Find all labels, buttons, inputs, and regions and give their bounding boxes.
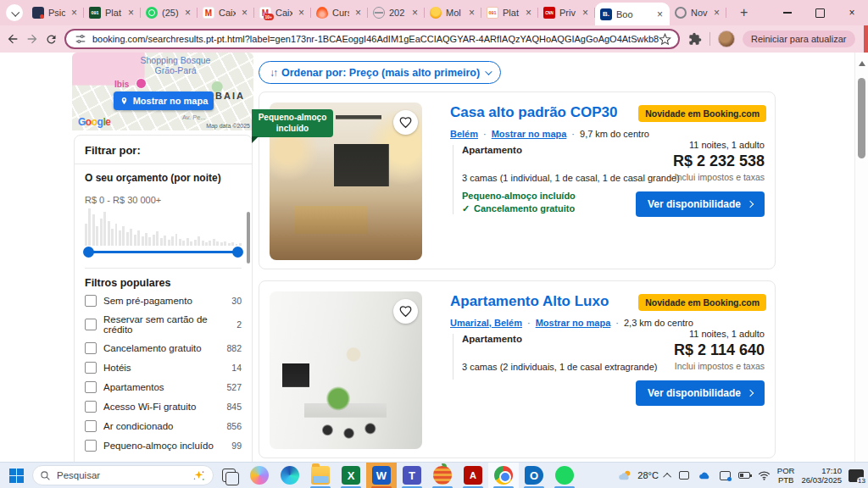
- browser-tab[interactable]: B. Boo ×: [595, 3, 670, 25]
- profile-avatar[interactable]: [718, 30, 735, 47]
- word-taskbar-button[interactable]: W: [366, 463, 397, 488]
- teams-taskbar-button[interactable]: T: [397, 463, 427, 488]
- browser-tab[interactable]: (25) ×: [141, 0, 198, 25]
- tab-close-icon[interactable]: ×: [126, 7, 136, 19]
- page-scrollbar[interactable]: [854, 53, 868, 462]
- browser-tab[interactable]: 091 Plat ×: [84, 0, 141, 25]
- tab-close-icon[interactable]: ×: [712, 7, 721, 19]
- filter-option[interactable]: Apartamentos 527: [75, 377, 252, 396]
- histogram-bar: [108, 221, 110, 246]
- price-slider-handle-min[interactable]: [83, 247, 94, 258]
- see-availability-button[interactable]: Ver disponibilidade: [636, 191, 765, 217]
- onedrive-icon[interactable]: [698, 470, 712, 480]
- see-availability-button[interactable]: Ver disponibilidade: [636, 380, 765, 406]
- filter-checkbox[interactable]: [85, 295, 97, 307]
- browser-tab[interactable]: CNN Priv ×: [538, 0, 595, 25]
- maximize-button[interactable]: [804, 0, 836, 25]
- minimize-button[interactable]: [771, 0, 804, 25]
- filter-checkbox[interactable]: [85, 319, 97, 330]
- battery-icon[interactable]: [738, 470, 751, 481]
- virtual-desktop-icon[interactable]: [678, 470, 691, 481]
- reload-button[interactable]: [45, 29, 58, 49]
- outlook-taskbar-button[interactable]: O: [519, 463, 549, 488]
- bookmark-star-icon[interactable]: [659, 33, 671, 46]
- filter-checkbox[interactable]: [85, 342, 97, 354]
- chrome-taskbar-button[interactable]: [488, 463, 519, 488]
- file-explorer-taskbar-button[interactable]: [305, 463, 336, 488]
- tab-search-button[interactable]: [6, 4, 23, 21]
- new-tab-button[interactable]: +: [735, 5, 753, 20]
- filter-option[interactable]: Acesso Wi-Fi gratuito 845: [75, 396, 252, 416]
- scroll-up-arrow-icon[interactable]: [859, 58, 865, 66]
- tab-close-icon[interactable]: ×: [655, 8, 665, 20]
- spotify-taskbar-button[interactable]: [549, 463, 580, 488]
- filter-option[interactable]: Cancelamento gratuito 882: [75, 338, 252, 358]
- extensions-puzzle-icon[interactable]: [688, 32, 702, 46]
- taskbar-search-box[interactable]: Pesquisar: [32, 465, 214, 485]
- price-slider-handle-max[interactable]: [232, 247, 243, 258]
- wifi-icon[interactable]: [758, 470, 771, 480]
- task-view-icon: [222, 469, 236, 482]
- browser-tab[interactable]: Psic ×: [27, 0, 84, 25]
- browser-tab[interactable]: M Caix ×: [198, 0, 254, 25]
- filter-option[interactable]: Pequeno-almoço incluído 99: [75, 435, 252, 455]
- relaunch-to-update-button[interactable]: Reiniciar para atualizar: [743, 30, 855, 47]
- browser-tab[interactable]: Mol ×: [425, 0, 481, 25]
- filter-option[interactable]: Hotéis 14: [75, 358, 252, 377]
- excel-taskbar-button[interactable]: X: [336, 463, 366, 488]
- url-bar[interactable]: booking.com/searchresults.pt-pt.html?lab…: [64, 29, 680, 49]
- tab-close-icon[interactable]: ×: [524, 7, 533, 19]
- show-on-map-link[interactable]: Mostrar no mapa: [536, 318, 611, 328]
- screen-capture-icon[interactable]: [719, 470, 732, 481]
- task-view-taskbar-button[interactable]: [214, 463, 244, 488]
- language-indicator[interactable]: POR PTB: [777, 466, 795, 485]
- filter-checkbox[interactable]: [85, 381, 97, 393]
- acrobat-taskbar-button[interactable]: A: [458, 463, 488, 488]
- map-thumbnail[interactable]: Shopping Bosque Grão-Pará Ibis BAIA Av. …: [72, 53, 253, 130]
- tab-close-icon[interactable]: ×: [70, 7, 79, 19]
- property-title-link[interactable]: Apartamento Alto Luxo: [450, 293, 609, 310]
- location-link[interactable]: Belém: [450, 129, 478, 139]
- show-on-map-button[interactable]: Mostrar no mapa: [114, 92, 214, 110]
- browser-tab[interactable]: Curs ×: [311, 0, 368, 25]
- filter-option[interactable]: Ar condicionado 856: [75, 416, 252, 435]
- tab-close-icon[interactable]: ×: [467, 7, 476, 19]
- browser-tab[interactable]: 202 ×: [368, 0, 425, 25]
- sort-dropdown[interactable]: Ordenar por: Preço (mais alto primeiro): [259, 61, 501, 84]
- filter-option[interactable]: Sem pré-pagamento 30: [75, 291, 252, 310]
- filter-checkbox[interactable]: [85, 362, 97, 374]
- location-link[interactable]: Umarizal, Belém: [450, 318, 522, 328]
- wishlist-heart-button[interactable]: [393, 110, 418, 135]
- tab-label: Caix: [219, 8, 236, 18]
- fruit-taskbar-button[interactable]: [427, 463, 458, 488]
- browser-tab[interactable]: Nov ×: [670, 0, 726, 25]
- tab-close-icon[interactable]: ×: [240, 7, 249, 19]
- scrollbar-thumb[interactable]: [858, 78, 865, 158]
- filter-option[interactable]: Reservar sem cartão de crédito 2: [75, 310, 252, 338]
- tab-close-icon[interactable]: ×: [297, 7, 306, 19]
- wishlist-heart-button[interactable]: [393, 299, 418, 324]
- copilot-taskbar-button[interactable]: [244, 463, 275, 488]
- forward-button[interactable]: [25, 29, 39, 49]
- property-title-link[interactable]: Casa alto padrão COP30: [450, 104, 617, 121]
- tab-close-icon[interactable]: ×: [183, 7, 192, 19]
- weather-widget[interactable]: 28°C: [618, 469, 659, 481]
- clock-widget[interactable]: 17:10 26/03/2025: [801, 466, 842, 485]
- hidden-icons-chevron[interactable]: [663, 472, 671, 480]
- close-button[interactable]: ×: [836, 0, 868, 25]
- filter-checkbox[interactable]: [85, 440, 97, 452]
- filter-checkbox[interactable]: [85, 401, 97, 413]
- tab-close-icon[interactable]: ×: [353, 7, 363, 19]
- filter-checkbox[interactable]: [85, 420, 97, 432]
- tab-close-icon[interactable]: ×: [410, 7, 420, 19]
- edge-taskbar-button[interactable]: [275, 463, 305, 488]
- browser-tab[interactable]: 091 Plat ×: [481, 0, 538, 25]
- start-button[interactable]: [3, 463, 29, 488]
- show-on-map-link[interactable]: Mostrar no mapa: [492, 129, 567, 139]
- tab-close-icon[interactable]: ×: [581, 7, 590, 19]
- filter-panel-scrollbar[interactable]: [247, 212, 250, 263]
- notification-center-icon[interactable]: 13: [849, 469, 864, 482]
- price-slider[interactable]: [85, 246, 242, 258]
- back-button[interactable]: [6, 29, 19, 49]
- browser-tab[interactable]: M10+ Caix ×: [254, 0, 311, 25]
